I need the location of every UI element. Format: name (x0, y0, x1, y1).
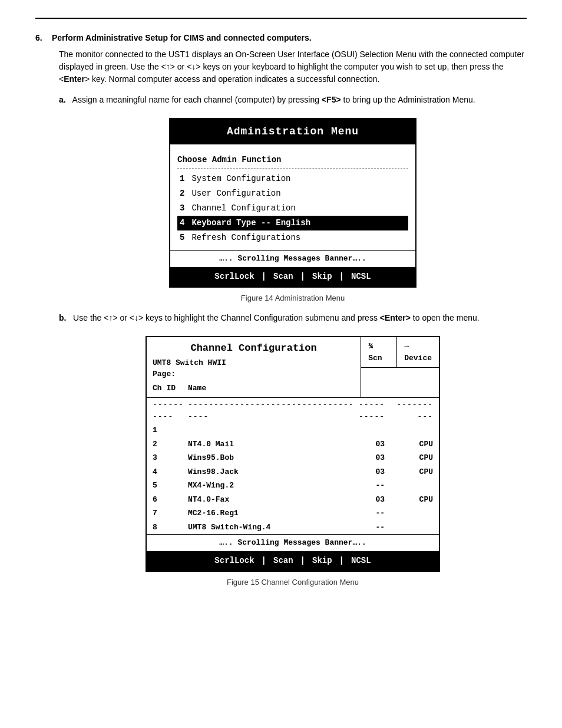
footer-sep2: | (299, 271, 306, 283)
menu-item-3-label: Channel Configuration (189, 201, 408, 216)
ch-footer-sep1: | (260, 555, 267, 567)
ch-row-8-device (392, 522, 433, 533)
footer-scan: Scan (267, 271, 299, 283)
ch-row-7-scn: -- (356, 508, 392, 519)
menu-item-4: 4 Keyboard Type -- English (177, 216, 408, 230)
ch-row-8-name: UMT8 Switch-Wing.4 (188, 522, 356, 533)
ch-row-3-name: Wins95.Bob (188, 452, 356, 464)
ch-footer-sep3: | (338, 555, 345, 567)
ch-row-7: 7 MC2-16.Reg1 -- (153, 506, 433, 521)
ch-row-4-device: CPU (392, 466, 433, 478)
channel-scrolling-banner: ….. Scrolling Messages Banner….. (147, 534, 439, 551)
ch-row-4-name: Wins98.Jack (188, 466, 356, 478)
ch-footer-scan: Scan (267, 555, 299, 567)
ch-footer-sep2: | (299, 555, 306, 567)
figure14-container: Administration Menu Choose Admin Functio… (59, 118, 527, 304)
step6-title: Perform Administrative Setup for CIMS an… (52, 33, 312, 42)
menu-item-5: 5 Refresh Configurations (177, 230, 408, 245)
step6-number: 6. (35, 33, 47, 42)
menu-item-1: 1 System Configuration (177, 172, 408, 186)
ch-row-5-scn: -- (356, 480, 392, 492)
menu-item-5-num: 5 (177, 230, 189, 245)
ch-row-2-device: CPU (392, 439, 433, 450)
ch-footer-ncsl: NCSL (345, 555, 377, 567)
ch-row-6-id: 6 (153, 494, 188, 506)
step-a-text: a. Assign a meaningful name for each cha… (59, 94, 527, 106)
channel-footer: ScrlLock | Scan | Skip | NCSL (147, 551, 439, 571)
ch-row-8: 8 UMT8 Switch-Wing.4 -- (153, 521, 433, 535)
ch-footer-skip: Skip (306, 555, 338, 567)
ch-row-3-device: CPU (392, 452, 433, 464)
ch-row-8-scn: -- (356, 522, 392, 533)
admin-menu-body: Choose Admin Function 1 System Configura… (170, 144, 415, 250)
ch-row-2-name: NT4.0 Mail (188, 439, 356, 450)
step-b-container: b. Use the <↑> or <↓> keys to highlight … (59, 312, 527, 588)
admin-menu-footer: ScrlLock | Scan | Skip | NCSL (170, 267, 415, 286)
ch-row-2: 2 NT4.0 Mail 03 CPU (153, 437, 433, 452)
ch-row-4: 4 Wins98.Jack 03 CPU (153, 465, 433, 479)
menu-item-3: 3 Channel Configuration (177, 201, 408, 216)
ch-row-5-name: MX4-Wing.2 (188, 480, 356, 492)
ch-divider: ---------- -----------------------------… (153, 398, 433, 423)
channel-config-subtitle: UMT8 Switch HWII (153, 357, 355, 369)
ch-row-1-device (392, 424, 433, 436)
ch-row-1-name (188, 424, 356, 436)
menu-item-3-num: 3 (177, 201, 189, 216)
ch-row-1: 1 (153, 423, 433, 437)
figure15-caption: Figure 15 Channel Configuration Menu (227, 577, 359, 588)
col-name: Name (188, 383, 355, 394)
step-b-text: b. Use the <↑> or <↓> keys to highlight … (59, 312, 527, 324)
ch-row-1-scn (356, 424, 392, 436)
ch-row-6-scn: 03 (356, 494, 392, 506)
figure14-caption: Figure 14 Administration Menu (241, 292, 345, 304)
ch-row-6: 6 NT4.0-Fax 03 CPU (153, 493, 433, 507)
scn-label: Scn (368, 353, 389, 364)
menu-item-5-label: Refresh Configurations (189, 230, 408, 245)
admin-menu-title: Administration Menu (170, 119, 415, 144)
step-a-container: a. Assign a meaningful name for each cha… (59, 94, 527, 304)
ch-row-4-id: 4 (153, 466, 188, 478)
figure15-container: Channel Configuration UMT8 Switch HWII P… (59, 336, 527, 588)
ch-row-7-name: MC2-16.Reg1 (188, 508, 356, 519)
menu-item-4-num: 4 (177, 216, 189, 230)
scn-fraction: ¾ (368, 341, 389, 353)
channel-right-top: ¾ Scn → Device (361, 337, 439, 368)
ch-footer-scrllock: ScrlLock (209, 555, 260, 567)
device-arrow: → (404, 341, 432, 353)
footer-skip: Skip (306, 271, 338, 283)
ch-row-2-scn: 03 (356, 439, 392, 450)
menu-item-1-label: System Configuration (189, 172, 408, 186)
footer-sep1: | (260, 271, 267, 283)
step6-body: The monitor connected to the UST1 displa… (59, 48, 527, 85)
menu-item-2: 2 User Configuration (177, 186, 408, 201)
ch-row-1-id: 1 (153, 424, 188, 436)
ch-row-3: 3 Wins95.Bob 03 CPU (153, 451, 433, 465)
channel-body: ---------- -----------------------------… (147, 398, 439, 534)
scn-top: ¾ Scn (361, 337, 396, 367)
step6-header: 6. Perform Administrative Setup for CIMS… (35, 33, 527, 42)
ch-row-7-device (392, 508, 433, 519)
ch-row-3-id: 3 (153, 452, 188, 464)
footer-sep3: | (338, 271, 345, 283)
device-top: → Device (396, 337, 439, 367)
admin-scrolling-banner: ….. Scrolling Messages Banner….. (170, 250, 415, 267)
menu-item-2-num: 2 (177, 186, 189, 201)
channel-col-row: Ch ID Name (153, 383, 355, 394)
ch-row-8-id: 8 (153, 522, 188, 533)
top-divider (35, 18, 527, 19)
admin-menu-items: 1 System Configuration 2 User Configurat… (177, 172, 408, 245)
ch-row-7-id: 7 (153, 508, 188, 519)
menu-item-1-num: 1 (177, 172, 189, 186)
admin-menu-subtitle: Choose Admin Function (177, 154, 408, 166)
channel-config-page: Page: (153, 368, 355, 380)
ch-row-6-name: NT4.0-Fax (188, 494, 356, 506)
menu-item-4-label: Keyboard Type -- English (189, 216, 408, 230)
channel-header-area: Channel Configuration UMT8 Switch HWII P… (147, 337, 439, 398)
ch-row-3-scn: 03 (356, 452, 392, 464)
device-label: Device (404, 353, 432, 364)
ch-row-5-device (392, 480, 433, 492)
footer-scrllock: ScrlLock (209, 271, 260, 283)
ch-row-5: 5 MX4-Wing.2 -- (153, 479, 433, 493)
admin-menu-divider (177, 169, 408, 169)
footer-ncsl: NCSL (345, 271, 377, 283)
